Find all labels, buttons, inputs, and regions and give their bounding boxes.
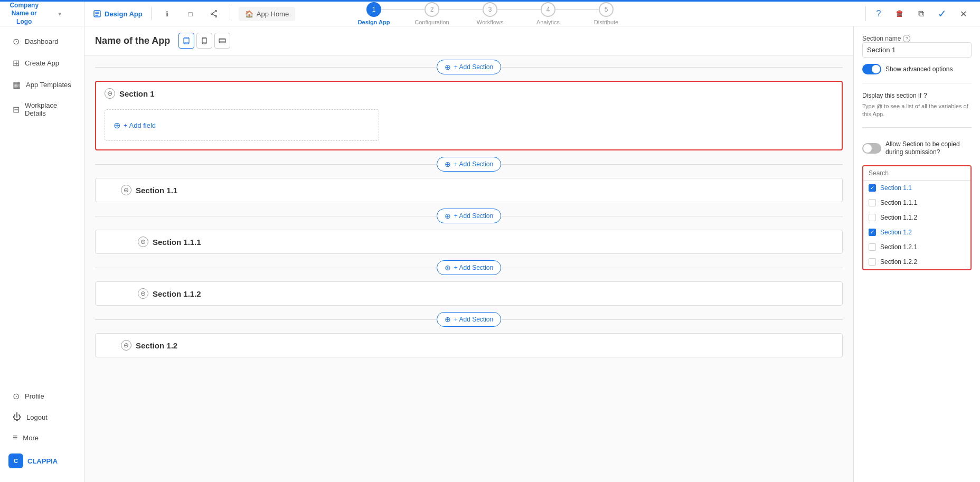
sidebar-label-logout: Logout [26,413,48,421]
help-button[interactable]: ? [870,5,887,22]
step-label-3: Workflows [477,19,504,25]
clappia-brand[interactable]: C CLAPPIA [0,448,84,474]
app-templates-icon: ▦ [13,80,21,90]
dropdown-label-s1-1: Section 1.1 [880,184,912,192]
section-1-expand-icon[interactable]: ⊖ [105,88,115,99]
step-circle-3: 3 [483,2,497,17]
plus-icon-4: ⊕ [445,263,451,272]
dropdown-item-s1-2-1[interactable]: Section 1.2.1 [863,240,970,254]
dropdown-item-s1-2-2[interactable]: Section 1.2.2 [863,254,970,269]
section-1-1-header[interactable]: ⊖ Section 1.1 [112,178,842,202]
dropdown-search-input[interactable] [863,166,970,181]
show-advanced-toggle[interactable] [862,64,881,74]
close-button[interactable]: ✕ [955,5,972,22]
svg-line-5 [212,14,215,16]
profile-icon: ⊙ [13,391,20,401]
show-advanced-label: Show advanced options [885,65,953,73]
app-canvas: Name of the App [84,26,853,482]
top-nav: Design App ℹ □ 🏠 App Home [84,6,304,21]
allow-copy-toggle[interactable] [862,143,881,154]
section-1-2-expand-icon[interactable]: ⊖ [121,340,131,351]
top-bar: Company Name or Logo ▼ Design App ℹ □ 🏠 … [0,0,980,26]
confirm-button[interactable]: ✓ [934,5,950,22]
sidebar-item-workplace-details[interactable]: ⊟ Workplace Details [4,96,80,122]
nav-divider-2 [230,7,230,20]
display-condition-help-icon[interactable]: ? [924,92,927,99]
sidebar-item-profile[interactable]: ⊙ Profile [4,386,80,407]
step-label-2: Configuration [414,19,449,25]
logout-icon: ⏻ [13,412,21,422]
company-logo[interactable]: Company Name or Logo ▼ [0,2,84,26]
step-label-1: Design App [358,19,390,25]
step-workflows[interactable]: 3 Workflows [461,2,519,25]
plus-icon-5: ⊕ [445,315,451,324]
more-icon: ≡ [13,433,17,442]
checkbox-s1-2: ✓ [869,229,876,236]
dropdown-item-s1-2[interactable]: ✓ Section 1.2 [863,225,970,240]
share-icon-btn[interactable] [206,6,221,21]
dropdown-item-s1-1-2[interactable]: Section 1.1.2 [863,210,970,225]
add-field-button[interactable]: ⊕ + Add field [114,120,156,130]
sidebar-item-create-app[interactable]: ⊞ Create App [4,53,80,73]
section-name-input[interactable] [862,42,972,58]
step-configuration[interactable]: 2 Configuration [403,2,461,25]
dropdown-item-s1-1-1[interactable]: Section 1.1.1 [863,195,970,210]
desktop-view-btn[interactable] [178,33,194,49]
section-1-container: ⊖ Section 1 ⊕ + Add field [95,81,843,150]
dropdown-item-s1-1[interactable]: ✓ Section 1.1 [863,181,970,195]
svg-point-3 [211,13,212,15]
add-field-plus-icon: ⊕ [114,120,120,130]
info-icon-btn[interactable]: ℹ [160,6,175,21]
copy-button[interactable]: ⧉ [912,5,929,22]
section-1-2-container: ⊖ Section 1.2 [95,333,843,357]
section-name-help-icon[interactable]: ? [903,35,910,42]
section-1-1-1-expand-icon[interactable]: ⊖ [138,237,148,247]
design-app-label: Design App [105,10,143,18]
add-section-button-2[interactable]: ⊕ + Add Section [437,157,501,172]
step-analytics[interactable]: 4 Analytics [519,2,577,25]
section-1-1-expand-icon[interactable]: ⊖ [121,185,131,195]
dropdown-label-s1-2-1: Section 1.2.1 [880,243,917,251]
add-section-button-top[interactable]: ⊕ + Add Section [437,60,501,74]
section-1-title: Section 1 [119,89,155,98]
sidebar-item-app-templates[interactable]: ▦ App Templates [4,74,80,95]
sidebar-item-more[interactable]: ≡ More [4,428,80,448]
svg-point-2 [215,16,216,17]
add-section-button-5[interactable]: ⊕ + Add Section [437,312,501,327]
home-icon: 🏠 [245,10,253,18]
app-home-button[interactable]: 🏠 App Home [239,7,295,21]
section-1-2-title: Section 1.2 [136,341,177,350]
add-field-area[interactable]: ⊕ + Add field [105,109,379,141]
tablet-view-btn[interactable] [214,33,230,49]
add-section-button-3[interactable]: ⊕ + Add Section [437,209,501,223]
delete-button[interactable]: 🗑 [891,5,908,22]
chevron-down-icon: ▼ [42,11,78,17]
allow-copy-row: Allow Section to be copied during submis… [862,136,972,157]
design-app-button[interactable]: Design App [93,10,143,18]
step-design-app[interactable]: 1 Design App [345,2,403,25]
add-section-row-3: ⊕ + Add Section [95,204,843,228]
add-section-line-2r [501,164,843,165]
add-section-line-3l [95,216,437,216]
section-1-1-1-title: Section 1.1.1 [153,238,201,247]
copy-sections-dropdown: ✓ Section 1.1 Section 1.1.1 Section 1.1.… [862,165,972,270]
section-1-header[interactable]: ⊖ Section 1 [96,82,842,105]
sidebar-item-dashboard[interactable]: ⊙ Dashboard [4,31,80,52]
section-1-2-header[interactable]: ⊖ Section 1.2 [112,334,842,357]
preview-icon-btn[interactable]: □ [183,6,198,21]
section-1-1-2-header[interactable]: ⊖ Section 1.1.2 [129,282,842,305]
add-section-line [95,67,437,68]
section-1-1-1-header[interactable]: ⊖ Section 1.1.1 [129,230,842,253]
add-section-button-4[interactable]: ⊕ + Add Section [437,260,501,275]
checkbox-s1-1: ✓ [869,184,876,192]
sidebar-item-logout[interactable]: ⏻ Logout [4,407,80,427]
dropdown-label-s1-1-2: Section 1.1.2 [880,214,917,221]
sidebar: ⊙ Dashboard ⊞ Create App ▦ App Templates… [0,26,84,482]
step-label-5: Distribute [594,19,618,25]
content-area: Name of the App [84,26,980,482]
mobile-view-btn[interactable] [196,33,212,49]
stepper: 1 Design App 2 Configuration 3 Workflows… [345,2,635,25]
step-distribute[interactable]: 5 Distribute [577,2,635,25]
add-section-line-r [501,67,843,68]
section-1-1-2-expand-icon[interactable]: ⊖ [138,288,148,299]
